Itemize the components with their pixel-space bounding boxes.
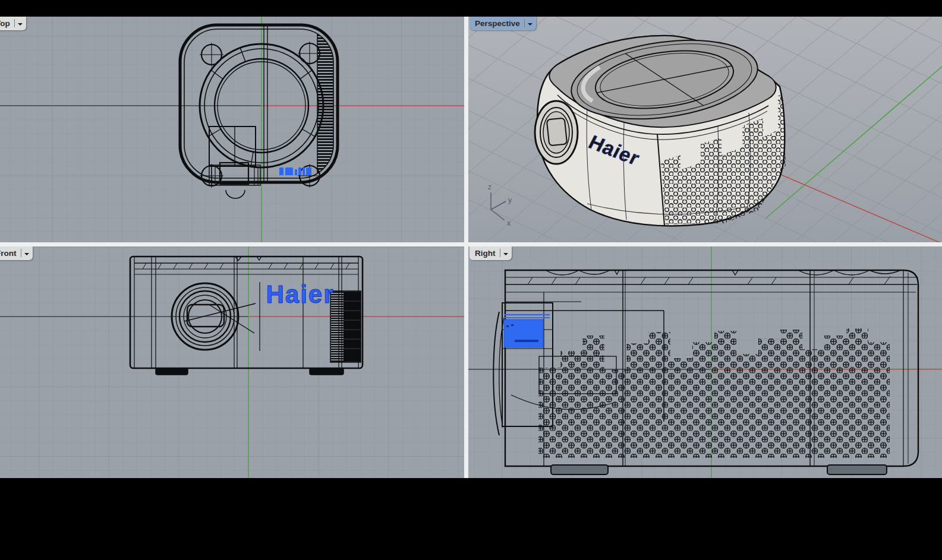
tab-separator [500,249,500,257]
tab-separator [21,249,21,257]
viewport-tab-front-label: Front [0,249,17,258]
viewport-tab-top-label: Top [0,19,10,28]
svg-text:z: z [488,183,492,191]
viewport-divider-horizontal[interactable] [0,242,942,246]
front-lens[interactable] [535,101,578,164]
viewport-right[interactable]: Right [468,246,942,478]
viewport-menu-arrow-icon[interactable] [528,23,533,28]
viewport-tab-front[interactable]: Front [0,246,33,260]
perspective-view-canvas[interactable]: Haier z y x [468,17,942,242]
right-view-canvas[interactable] [468,246,942,478]
model-perspective-shaded[interactable]: Haier [535,30,786,226]
svg-text:y: y [508,196,512,204]
viewport-front[interactable]: Haier Front [0,246,464,478]
viewport-tab-right[interactable]: Right [470,246,512,260]
viewport-menu-arrow-icon[interactable] [18,23,23,28]
cad-application-window: Top [0,0,942,560]
viewport-divider-vertical[interactable] [464,17,468,478]
front-view-grid [0,246,464,478]
perforation-grille-side [538,328,890,458]
tab-separator [14,19,15,27]
brand-text-front-selected[interactable]: Haier [266,280,334,308]
bottom-black-area [0,478,942,560]
top-black-bar [0,0,942,17]
viewport-perspective[interactable]: Haier z y x [468,17,942,242]
viewport-tab-top[interactable]: Top [0,17,26,30]
viewport-top[interactable]: Top [0,17,464,242]
viewport-tab-perspective[interactable]: Perspective [470,17,536,30]
viewport-tab-perspective-label: Perspective [475,19,520,28]
perspective-axes [765,67,942,242]
front-view-canvas[interactable]: Haier [0,246,464,478]
svg-text:x: x [507,219,511,227]
heatsink-fins [330,291,361,362]
selected-brand-text-object[interactable] [504,315,550,347]
viewport-tab-right-label: Right [475,249,496,258]
viewport-menu-arrow-icon[interactable] [24,253,29,258]
viewport-menu-arrow-icon[interactable] [503,253,508,258]
top-view-canvas[interactable] [0,17,464,242]
tab-separator [524,19,525,27]
